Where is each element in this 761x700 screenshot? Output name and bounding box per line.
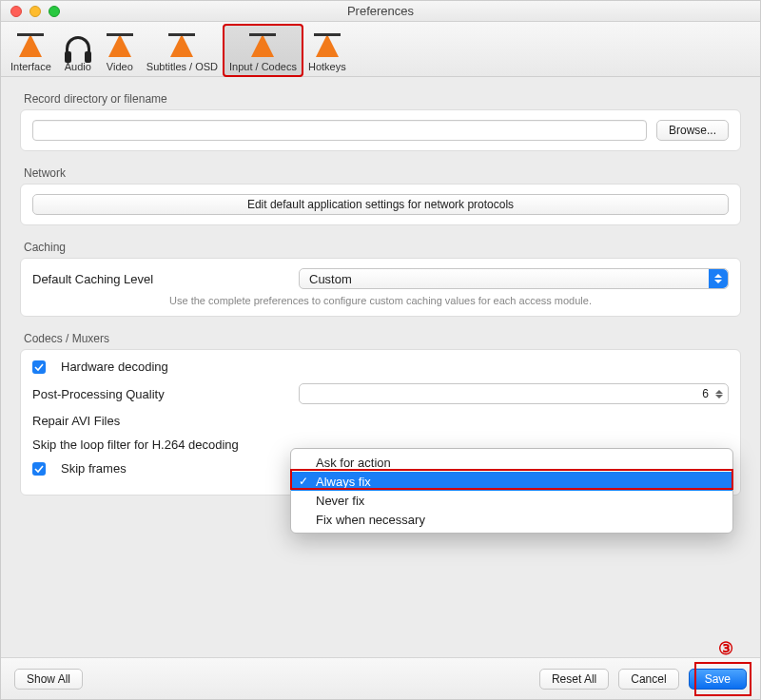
show-all-button[interactable]: Show All [14,669,83,690]
tab-label: Interface [10,61,51,72]
network-section: Edit default application settings for ne… [20,184,741,225]
repair-avi-option[interactable]: Never fix [291,491,732,510]
tab-interface[interactable]: Interface [5,25,57,76]
cone-key-icon [312,30,342,61]
minimize-window-button[interactable] [29,6,41,17]
tab-label: Input / Codecs [229,61,297,72]
record-path-input[interactable] [32,120,647,141]
cone-icon [105,30,135,61]
preferences-toolbar: Interface Audio Video Subtitles / OSD In… [1,22,760,77]
tab-subtitles-osd[interactable]: Subtitles / OSD [141,25,224,76]
edit-network-protocols-button[interactable]: Edit default application settings for ne… [32,194,729,215]
network-section-label: Network [24,166,741,180]
tab-audio[interactable]: Audio [57,25,99,76]
post-processing-stepper[interactable]: 6 [299,383,729,404]
tab-label: Video [107,61,133,72]
repair-avi-label: Repair AVI Files [32,414,289,428]
record-section: Browse... [20,109,741,151]
close-window-button[interactable] [10,6,22,17]
skip-frames-label: Skip frames [61,461,127,476]
post-processing-value: 6 [702,387,709,400]
codecs-section-label: Codecs / Muxers [24,332,741,345]
repair-avi-menu: Ask for action Always fix Never fix Fix … [290,448,733,534]
check-icon [34,464,44,474]
repair-avi-option[interactable]: Ask for action [291,453,732,472]
cancel-button[interactable]: Cancel [618,669,678,690]
preferences-window: Preferences Interface Audio Video Subtit… [0,0,761,700]
cone-icon [166,30,197,61]
check-icon [34,362,44,372]
tab-input-codecs[interactable]: Input / Codecs [224,25,302,76]
zoom-window-button[interactable] [49,6,60,17]
titlebar: Preferences [1,1,760,22]
window-controls [1,6,60,17]
caching-section-label: Caching [24,241,741,254]
tab-label: Subtitles / OSD [146,61,218,72]
post-processing-label: Post-Processing Quality [32,387,289,401]
repair-avi-option[interactable]: Fix when necessary [291,510,732,529]
caching-section: Default Caching Level Custom Use the com… [20,258,741,317]
caching-level-label: Default Caching Level [32,272,289,286]
headphones-icon [63,30,93,61]
tab-video[interactable]: Video [99,25,141,76]
record-section-label: Record directory or filename [24,92,741,106]
cone-icon [15,30,46,61]
caching-hint: Use the complete preferences to configur… [32,295,729,306]
reset-all-button[interactable]: Reset All [539,669,609,690]
skip-frames-checkbox[interactable] [32,462,46,476]
repair-avi-option-selected[interactable]: Always fix [291,472,732,491]
hardware-decoding-label: Hardware decoding [61,360,168,374]
caching-level-select[interactable]: Custom [299,268,729,289]
stepper-arrows-icon [712,384,726,403]
tab-hotkeys[interactable]: Hotkeys [302,25,352,76]
footer: Show All Reset All Cancel Save ③ [1,657,760,699]
content-area: Record directory or filename Browse... N… [1,77,760,657]
cone-icon [247,30,278,61]
browse-button[interactable]: Browse... [656,120,729,141]
chevron-up-down-icon [709,269,728,288]
window-title: Preferences [1,4,760,18]
hardware-decoding-checkbox[interactable] [32,360,46,374]
skip-loop-label: Skip the loop filter for H.264 decoding [32,438,289,452]
caching-level-value: Custom [309,272,352,286]
save-button[interactable]: Save [689,669,747,690]
tab-label: Hotkeys [308,61,346,72]
